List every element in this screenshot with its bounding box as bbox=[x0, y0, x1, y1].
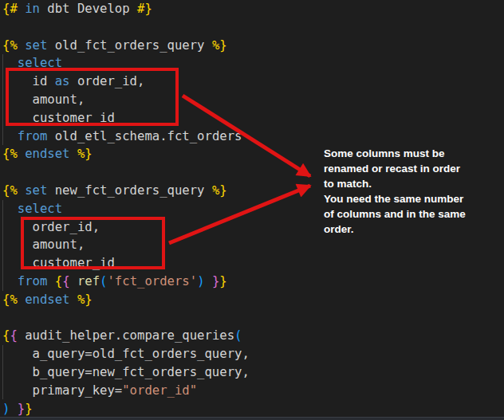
code-line: select bbox=[2, 200, 250, 218]
annotation-line: You need the same number bbox=[324, 191, 483, 206]
highlight-box-old-columns bbox=[6, 68, 179, 126]
code-line bbox=[2, 163, 250, 182]
window-bottom-edge bbox=[0, 417, 504, 420]
code-line bbox=[2, 18, 250, 37]
code-line: ) }} bbox=[2, 400, 250, 418]
code-line: {% endset %} bbox=[2, 145, 250, 163]
annotation-line: Some columns must be bbox=[324, 146, 483, 161]
annotation-line: to match. bbox=[324, 176, 483, 191]
annotation-line: of columns and in the same bbox=[324, 206, 483, 222]
code-line: from old_etl_schema.fct_orders bbox=[2, 128, 250, 146]
indent-guide bbox=[2, 200, 3, 291]
annotation-note: Some columns must berenamed or recast in… bbox=[324, 146, 483, 237]
code-line: {{ audit_helper.compare_queries( bbox=[2, 327, 250, 345]
code-line: {% set old_fct_orders_query %} bbox=[2, 37, 250, 55]
code-line: {% set new_fct_orders_query %} bbox=[2, 182, 250, 200]
code-line bbox=[2, 309, 250, 328]
highlight-box-new-columns bbox=[21, 217, 165, 269]
code-line: b_query=new_fct_orders_query, bbox=[2, 363, 250, 382]
annotation-line: renamed or recast in order bbox=[324, 161, 483, 176]
code-line: {# in dbt Develop #} bbox=[2, 0, 250, 18]
code-editor-screenshot: {# in dbt Develop #} {% set old_fct_orde… bbox=[0, 0, 504, 420]
indent-guide bbox=[2, 54, 3, 145]
annotation-line: order. bbox=[324, 222, 483, 237]
code-line: from {{ ref('fct_orders') }} bbox=[2, 273, 250, 291]
code-line: primary_key="order_id" bbox=[2, 382, 250, 400]
code-line: a_query=old_fct_orders_query, bbox=[2, 345, 250, 363]
indent-guide bbox=[2, 345, 3, 399]
code-editor[interactable]: {# in dbt Develop #} {% set old_fct_orde… bbox=[2, 0, 250, 418]
code-line: {% endset %} bbox=[2, 291, 250, 309]
